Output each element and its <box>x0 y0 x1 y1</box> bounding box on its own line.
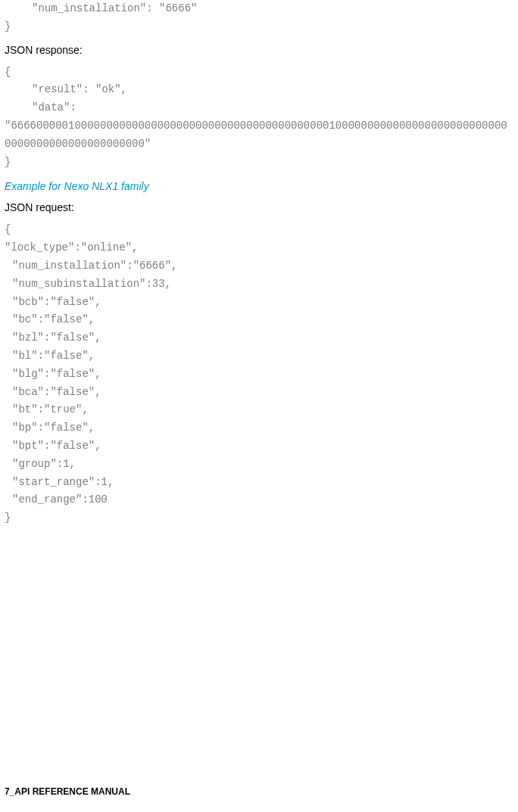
code-line: } <box>5 154 513 172</box>
code-line: { <box>5 221 513 239</box>
code-line: "bpt":"false", <box>5 437 513 456</box>
code-line: "data": <box>5 99 513 117</box>
code-line: "num_subinstallation":33, <box>5 275 513 294</box>
code-line: "num_installation":"6666", <box>5 257 513 275</box>
code-line: "blg":"false", <box>5 366 513 384</box>
code-line: "666600000100000000000000000000000000000… <box>5 117 513 154</box>
code-line: "bc":"false", <box>5 311 513 329</box>
code-line: "num_installation": "6666" <box>5 0 513 18</box>
example-heading: Example for Nexo NLX1 family <box>5 180 513 192</box>
footer-text: 7_API REFERENCE MANUAL <box>5 786 130 797</box>
json-request-label: JSON request: <box>5 201 513 213</box>
code-line: "bcb":"false", <box>5 294 513 312</box>
code-line: "end_range":100 <box>5 491 513 509</box>
code-line: "bt":"true", <box>5 401 513 419</box>
code-line: "start_range":1, <box>5 474 513 492</box>
code-line: "group":1, <box>5 456 513 474</box>
code-line: } <box>5 18 513 36</box>
code-line: "bzl":"false", <box>5 329 513 347</box>
code-line: { <box>5 64 513 82</box>
code-line: "lock_type":"online", <box>5 239 513 257</box>
code-line: "bca":"false", <box>5 384 513 402</box>
json-response-label: JSON response: <box>5 44 513 56</box>
code-line: "result": "ok", <box>5 81 513 99</box>
code-line: "bp":"false", <box>5 419 513 437</box>
code-line: } <box>5 509 513 527</box>
code-line: "bl":"false", <box>5 347 513 366</box>
